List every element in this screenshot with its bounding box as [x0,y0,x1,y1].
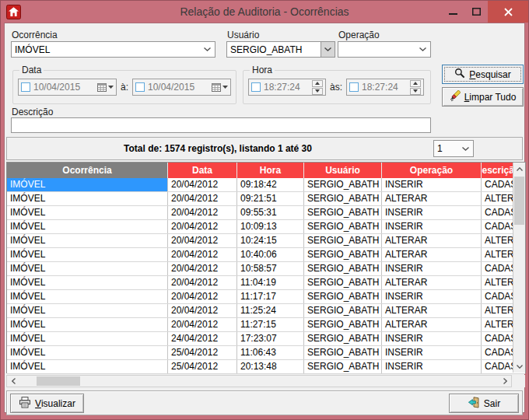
column-header-data[interactable]: Data [168,163,237,178]
table-row[interactable]: IMÓVEL24/04/201217:23:07SERGIO_ABATHINSE… [7,332,525,346]
horizontal-scrollbar[interactable] [6,375,512,387]
chevron-down-icon[interactable] [321,42,335,57]
cell-descricao: CADAS [482,346,513,359]
table-row[interactable]: IMÓVEL20/04/201210:40:06SERGIO_ABATHALTE… [7,248,525,262]
cell-hora: 11:25:24 [237,304,304,317]
cell-operacao: INSERIR [382,290,482,303]
operacao-combobox[interactable] [338,41,431,58]
ocorrencia-combobox[interactable]: IMÓVEL [11,41,215,58]
sair-label: Sair [484,398,500,409]
calendar-icon[interactable] [212,83,228,92]
summary-bar: Total de: 1574 registro(s), listando 1 a… [6,137,523,160]
table-row[interactable]: IMÓVEL20/04/201209:55:31SERGIO_ABATHINSE… [7,206,525,220]
bottom-bar: Visualizar Sair [6,390,523,415]
scroll-down-icon[interactable] [513,360,525,373]
cell-usuario: SERGIO_ABATH [304,290,382,303]
vertical-scrollbar[interactable] [513,163,525,373]
cell-ocorrencia: IMÓVEL [7,234,168,247]
calendar-icon[interactable] [97,83,114,92]
cell-data: 20/04/2012 [168,206,237,219]
page-selector[interactable]: 1 [433,140,474,157]
horizontal-scroll-track[interactable] [19,376,499,387]
usuario-value: SERGIO_ABATH [230,44,302,55]
horizontal-scroll-thumb[interactable] [37,376,80,386]
pesquisar-button[interactable]: Pesquisar [442,65,524,84]
table-row[interactable]: IMÓVEL20/04/201210:24:15SERGIO_ABATHALTE… [7,234,525,248]
vertical-scroll-track[interactable] [513,175,525,360]
cell-usuario: SERGIO_ABATH [304,248,382,261]
spin-up-icon[interactable] [312,80,323,87]
table-row[interactable]: IMÓVEL25/04/201211:06:43SERGIO_ABATHINSE… [7,346,525,360]
limpar-tudo-button[interactable]: Limpar Tudo [442,87,524,107]
cell-descricao: CADAS [482,290,513,303]
time-to-picker[interactable]: 18:27:24 [346,79,424,96]
title-bar: Relação de Auditoria - Ocorrências [1,1,528,23]
column-header-descricao[interactable]: Descrição [482,163,513,178]
vertical-scroll-thumb[interactable] [514,177,524,225]
table-row[interactable]: IMÓVEL20/04/201209:21:51SERGIO_ABATHALTE… [7,192,525,206]
spin-down-icon[interactable] [410,88,421,95]
scroll-up-icon[interactable] [513,163,525,175]
date-from-picker[interactable]: 10/04/2015 [18,79,117,96]
table-row[interactable]: IMÓVEL25/04/201220:13:48SERGIO_ABATHINSE… [7,360,525,374]
cell-descricao: ALTER [482,304,513,317]
cell-data: 20/04/2012 [168,304,237,317]
column-header-usuario[interactable]: Usuário [304,163,382,178]
cell-hora: 10:58:57 [237,262,304,275]
date-from-checkbox[interactable] [21,82,30,92]
cell-operacao: INSERIR [382,360,482,373]
maximize-button[interactable] [464,1,488,23]
cell-descricao: CADAS [482,178,513,191]
time-to-checkbox[interactable] [349,82,359,92]
date-to-checkbox[interactable] [135,82,145,92]
cell-hora: 09:21:51 [237,192,304,205]
column-header-ocorrencia[interactable]: Ocorrência [7,163,168,178]
cell-descricao: CADAS [482,220,513,233]
ocorrencia-value: IMÓVEL [15,44,50,55]
cell-operacao: ALTERAR [382,318,482,331]
usuario-combobox[interactable]: SERGIO_ABATH [226,41,335,58]
time-separator-label: às: [330,82,342,93]
time-from-checkbox[interactable] [251,82,261,92]
column-header-operacao[interactable]: Operação [382,163,482,178]
time-to-spinner[interactable] [410,80,421,95]
visualizar-button[interactable]: Visualizar [10,394,84,413]
table-row[interactable]: IMÓVEL20/04/201211:04:19SERGIO_ABATHALTE… [7,276,525,290]
sair-button[interactable]: Sair [449,394,519,413]
cell-operacao: ALTERAR [382,304,482,317]
app-window: Relação de Auditoria - Ocorrências Ocorr… [0,0,529,420]
table-row[interactable]: IMÓVEL20/04/201209:18:42SERGIO_ABATHINSE… [7,178,525,192]
cell-ocorrencia: IMÓVEL [7,248,168,261]
spin-up-icon[interactable] [410,80,421,87]
table-row[interactable]: IMÓVEL20/04/201211:17:17SERGIO_ABATHINSE… [7,290,525,304]
close-button[interactable] [488,1,528,23]
descricao-input[interactable] [11,117,431,133]
date-to-picker[interactable]: 10/04/2015 [132,79,231,96]
table-row[interactable]: IMÓVEL20/04/201211:25:24SERGIO_ABATHALTE… [7,304,525,318]
cell-usuario: SERGIO_ABATH [304,332,382,345]
cell-operacao: ALTERAR [382,276,482,289]
table-body: IMÓVEL20/04/201209:18:42SERGIO_ABATHINSE… [7,178,525,374]
table-row[interactable]: IMÓVEL20/04/201211:27:15SERGIO_ABATHALTE… [7,318,525,332]
date-separator-label: à: [121,82,128,93]
spin-down-icon[interactable] [312,88,323,95]
cell-descricao: CADAS [482,332,513,345]
column-header-hora[interactable]: Hora [237,163,304,178]
table-row[interactable]: IMÓVEL20/04/201210:09:13SERGIO_ABATHINSE… [7,220,525,234]
cell-descricao: ALTER [482,192,513,205]
time-from-spinner[interactable] [312,80,323,95]
cell-descricao: CADAS [482,206,513,219]
cell-hora: 10:24:15 [237,234,304,247]
cell-ocorrencia: IMÓVEL [7,178,168,191]
scroll-left-icon[interactable] [7,376,19,387]
cell-ocorrencia: IMÓVEL [7,360,168,373]
table-row[interactable]: IMÓVEL20/04/201210:58:57SERGIO_ABATHINSE… [7,262,525,276]
client-area: Ocorrência IMÓVEL Usuário SERGIO_ABATH O… [4,23,525,413]
cell-usuario: SERGIO_ABATH [304,192,382,205]
table-header[interactable]: OcorrênciaDataHoraUsuárioOperaçãoDescriç… [7,163,525,178]
time-from-picker[interactable]: 18:27:24 [248,79,326,96]
minimize-button[interactable] [441,1,464,23]
cell-data: 20/04/2012 [168,318,237,331]
cell-operacao: INSERIR [382,262,482,275]
scroll-right-icon[interactable] [499,376,511,387]
